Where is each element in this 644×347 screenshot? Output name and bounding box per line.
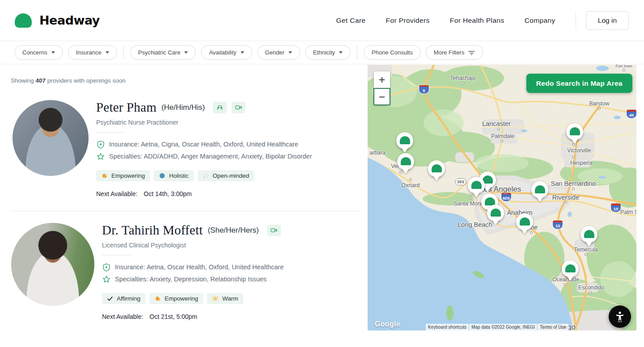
terms-of-use-link[interactable]: Terms of Use (538, 324, 568, 330)
provider-card[interactable]: Dr. Tahirih Moffett (She/Her/Hers) Licen… (11, 223, 368, 320)
insurance-row: Insurance: Aetna, Cigna, Oscar Health, O… (96, 138, 312, 151)
headway-pin-logo-icon (584, 230, 594, 238)
headway-pin-logo-icon (432, 164, 442, 172)
filter-gender[interactable]: Gender (257, 45, 300, 60)
provider-photo (13, 100, 89, 176)
title-divider (96, 132, 125, 133)
redo-search-button[interactable]: Redo Search in Map Area (526, 74, 632, 93)
title-divider (102, 255, 131, 255)
map-city-dot (409, 178, 412, 181)
map-city-dot (585, 253, 587, 256)
map-city-label: Palmdale (491, 133, 514, 139)
muscle-icon (101, 172, 108, 179)
map-city-dot (572, 188, 575, 190)
map-city-dot (500, 140, 503, 142)
check-icon (107, 296, 113, 302)
filter-concerns[interactable]: Concerns (14, 45, 63, 60)
chevron-down-icon (51, 51, 55, 54)
map-city-label: Hesperia (570, 160, 593, 166)
trait-label: Affirming (117, 295, 140, 302)
interstate-shield-icon: 5 (419, 85, 429, 94)
google-logo: Google (375, 320, 400, 328)
trait-badge: Warm (207, 293, 243, 304)
map-provider-pin[interactable] (562, 260, 579, 284)
insurance-list: Aetna, Cigna, Oscar Health, Oxford, Unit… (141, 141, 298, 148)
map-zoom-out-button[interactable]: − (374, 88, 390, 105)
provider-pronouns: (She/Her/Hers) (208, 226, 258, 235)
provider-card[interactable]: Peter Pham (He/Him/His) Psychiatric Nurs… (11, 100, 368, 197)
provider-pronouns: (He/Him/His) (161, 103, 205, 112)
headway-pin-logo-icon (401, 157, 411, 165)
summary-suffix: providers with openings soon (46, 77, 126, 84)
shield-plus-icon (102, 263, 111, 272)
nav-for-health-plans[interactable]: For Health Plans (450, 17, 504, 25)
map-provider-pin[interactable] (396, 132, 413, 155)
us-route-shield-icon: 101 (455, 178, 466, 185)
map-provider-pin[interactable] (566, 123, 583, 146)
map-city-dot (462, 82, 464, 84)
map-zoom-in-button[interactable]: + (374, 71, 390, 88)
filter-lines-icon (468, 50, 475, 56)
specialties-label: Specialties: (109, 153, 142, 160)
chevron-down-icon (106, 51, 109, 54)
filter-divider (123, 46, 124, 59)
specialties-label: Specialties: (115, 276, 148, 283)
trait-badge: Open-minded (198, 170, 254, 181)
interstate-shield-icon: 605 (501, 193, 511, 201)
video-icon (232, 102, 246, 113)
map-provider-pin[interactable] (397, 153, 414, 176)
specialties-row: Specialties: Anxiety, Depression, Relati… (102, 273, 284, 285)
filter-divider (357, 46, 357, 59)
map-provider-pin[interactable] (516, 213, 533, 237)
map-city-label: Lancaster (482, 120, 511, 127)
map-city-dot (598, 107, 601, 110)
brand-name: Headway (39, 13, 100, 27)
pin-tail (585, 240, 593, 247)
filter-insurance[interactable]: Insurance (68, 45, 117, 60)
map-provider-pin[interactable] (487, 205, 504, 228)
provider-title: Licensed Clinical Psychologist (102, 242, 284, 249)
map-provider-pin[interactable] (531, 181, 548, 205)
specialties-row: Specialties: ADD/ADHD, Anger Management,… (96, 151, 312, 163)
map-city-label: Oxnard (402, 182, 420, 188)
next-available-label: Next Available: (102, 313, 143, 320)
sun-icon (212, 295, 219, 302)
star-icon (96, 152, 105, 161)
filter-label: Insurance (76, 49, 102, 56)
filter-label: Phone Consults (372, 49, 413, 56)
login-button[interactable]: Log in (586, 11, 629, 30)
session-badges (213, 102, 246, 113)
filter-psychiatric-care[interactable]: Psychiatric Care (130, 45, 196, 60)
nav-company[interactable]: Company (525, 17, 555, 25)
keyboard-shortcuts-link[interactable]: Keyboard shortcuts (426, 324, 469, 330)
filter-label: More Filters (434, 49, 465, 56)
filter-more-filters[interactable]: More Filters (426, 45, 483, 60)
map-city-dot (623, 69, 625, 71)
provider-name: Peter Pham (96, 100, 157, 115)
map-city-label: arbara (369, 150, 386, 156)
filter-phone-consults[interactable]: Phone Consults (364, 45, 421, 60)
nav-for-providers[interactable]: For Providers (386, 17, 430, 25)
next-available-label: Next Available: (96, 190, 137, 197)
map-provider-pin[interactable] (580, 226, 597, 249)
headway-logo-icon (15, 13, 32, 28)
headway-logo[interactable]: Headway (15, 13, 100, 28)
trait-label: Empowering (165, 295, 198, 302)
filter-availability[interactable]: Availability (201, 45, 252, 60)
pin-tail (570, 137, 579, 144)
headway-pin-logo-icon (485, 197, 495, 205)
specialties-list: Anxiety, Depression, Relationship Issues (149, 276, 267, 283)
pin-tail (400, 146, 409, 153)
accessibility-widget-button[interactable] (609, 305, 631, 328)
filter-ethnicity[interactable]: Ethnicity (305, 45, 351, 60)
trait-badge: Empowering (96, 170, 150, 181)
provider-name: Dr. Tahirih Moffett (102, 223, 203, 238)
map-city-label: San Bernardino (551, 180, 596, 187)
nav-get-care[interactable]: Get Care (336, 17, 365, 25)
map-attribution: Keyboard shortcuts Map data ©2022 Google… (426, 324, 568, 330)
trait-badges: EmpoweringHolisticOpen-minded (96, 170, 312, 181)
map-panel[interactable]: Fort IrwinTehachapiBarstowLancasterPalmd… (368, 65, 636, 330)
map-provider-pin[interactable] (428, 160, 445, 184)
map-city-label: Palm S (620, 209, 636, 215)
map-city-label: Santa Moni (453, 201, 482, 207)
